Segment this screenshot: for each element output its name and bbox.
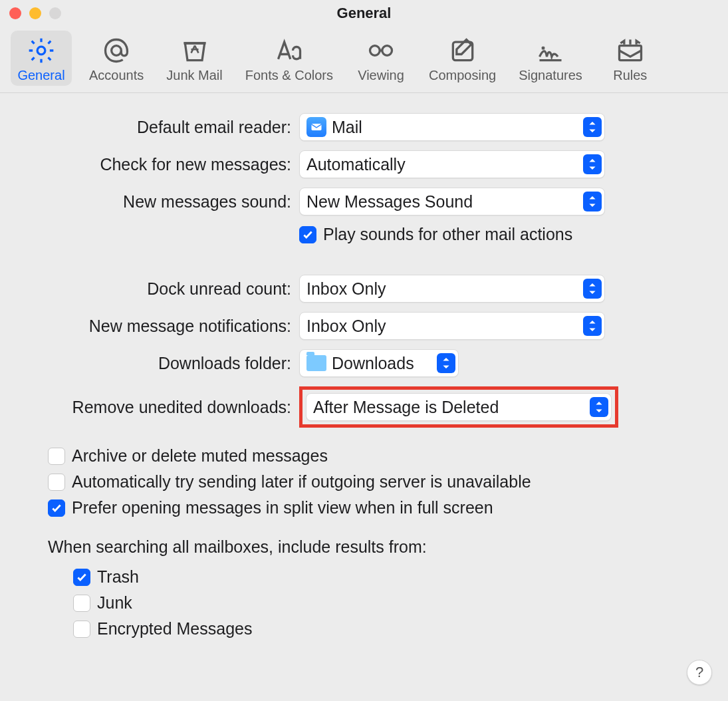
highlight-annotation: After Message is Deleted — [299, 386, 618, 428]
checkbox-label: Automatically try sending later if outgo… — [72, 472, 531, 491]
checkbox-icon — [299, 226, 316, 243]
svg-point-2 — [370, 46, 380, 56]
checkbox-icon — [48, 499, 65, 517]
tab-label: Viewing — [358, 68, 404, 83]
chevron-updown-icon — [583, 192, 602, 211]
checkbox-label: Trash — [97, 567, 139, 587]
dropdown-value: New Messages Sound — [306, 192, 578, 211]
signature-icon — [536, 36, 565, 65]
tab-label: Fonts & Colors — [245, 68, 333, 83]
tab-general[interactable]: General — [11, 31, 72, 86]
chevron-updown-icon — [583, 117, 602, 137]
dropdown-value: After Message is Deleted — [313, 398, 584, 417]
label-new-notifications: New message notifications: — [0, 317, 299, 336]
svg-point-1 — [112, 46, 122, 56]
checkbox-label: Encrypted Messages — [97, 619, 252, 638]
checkbox-label: Play sounds for other mail actions — [323, 225, 572, 244]
default-reader-dropdown[interactable]: Mail — [299, 113, 605, 141]
dropdown-value: Inbox Only — [306, 279, 578, 299]
titlebar: General — [0, 0, 728, 27]
include-encrypted-checkbox[interactable]: Encrypted Messages — [73, 619, 728, 638]
general-pane: Default email reader: Mail Check for new… — [0, 93, 728, 638]
mail-app-icon — [306, 117, 326, 137]
tab-label: Signatures — [519, 68, 582, 83]
tab-label: Junk Mail — [166, 68, 222, 83]
include-trash-checkbox[interactable]: Trash — [73, 567, 728, 587]
tab-rules[interactable]: Rules — [600, 31, 661, 86]
help-icon: ? — [695, 664, 703, 681]
label-downloads-folder: Downloads folder: — [0, 354, 299, 373]
folder-icon — [306, 355, 326, 371]
search-section-heading: When searching all mailboxes, include re… — [48, 537, 728, 557]
tab-label: Composing — [429, 68, 496, 83]
rules-icon — [616, 36, 645, 65]
new-sound-dropdown[interactable]: New Messages Sound — [299, 188, 605, 215]
trash-icon — [180, 36, 209, 65]
checkbox-icon — [48, 474, 65, 491]
gear-icon — [27, 36, 56, 65]
check-new-dropdown[interactable]: Automatically — [299, 150, 605, 178]
checkbox-label: Prefer opening messages in split view wh… — [72, 498, 493, 517]
label-default-reader: Default email reader: — [0, 118, 299, 137]
dropdown-value: Automatically — [306, 155, 578, 174]
auto-send-later-checkbox[interactable]: Automatically try sending later if outgo… — [48, 472, 728, 491]
label-dock-unread: Dock unread count: — [0, 279, 299, 299]
at-icon — [102, 36, 131, 65]
chevron-updown-icon — [583, 316, 602, 336]
tab-junk-mail[interactable]: Junk Mail — [161, 31, 227, 86]
chevron-updown-icon — [590, 397, 608, 417]
new-notifications-dropdown[interactable]: Inbox Only — [299, 312, 605, 340]
svg-point-0 — [37, 47, 45, 55]
checkbox-icon — [73, 569, 90, 586]
preferences-toolbar: General Accounts Junk Mail Fonts & Color… — [0, 27, 728, 93]
tab-signatures[interactable]: Signatures — [513, 31, 588, 86]
tab-label: Accounts — [89, 68, 144, 83]
dropdown-value: Downloads — [332, 354, 431, 373]
label-new-sound: New messages sound: — [0, 192, 299, 211]
label-remove-unedited: Remove unedited downloads: — [0, 398, 299, 417]
tab-fonts-colors[interactable]: Fonts & Colors — [240, 31, 338, 86]
remove-unedited-dropdown[interactable]: After Message is Deleted — [306, 393, 612, 421]
checkbox-icon — [48, 448, 65, 465]
fonts-icon — [275, 36, 304, 65]
glasses-icon — [366, 36, 396, 65]
downloads-folder-dropdown[interactable]: Downloads — [299, 349, 459, 377]
tab-composing[interactable]: Composing — [424, 31, 501, 86]
checkbox-label: Junk — [97, 593, 132, 613]
dock-unread-dropdown[interactable]: Inbox Only — [299, 275, 605, 303]
dropdown-value: Mail — [332, 118, 578, 137]
chevron-updown-icon — [437, 353, 455, 373]
window-title: General — [0, 5, 728, 22]
checkbox-icon — [73, 595, 90, 612]
chevron-updown-icon — [583, 154, 602, 174]
checkbox-icon — [73, 621, 90, 638]
include-junk-checkbox[interactable]: Junk — [73, 593, 728, 613]
compose-icon — [448, 36, 477, 65]
svg-point-3 — [382, 46, 392, 56]
tab-viewing[interactable]: Viewing — [350, 31, 412, 86]
help-button[interactable]: ? — [687, 660, 712, 685]
archive-muted-checkbox[interactable]: Archive or delete muted messages — [48, 446, 728, 466]
checkbox-label: Archive or delete muted messages — [72, 446, 328, 466]
tab-label: Rules — [613, 68, 647, 83]
play-sounds-checkbox[interactable]: Play sounds for other mail actions — [299, 225, 572, 244]
prefer-split-checkbox[interactable]: Prefer opening messages in split view wh… — [48, 498, 728, 517]
chevron-updown-icon — [583, 279, 602, 299]
dropdown-value: Inbox Only — [306, 317, 578, 336]
tab-label: General — [17, 68, 64, 83]
tab-accounts[interactable]: Accounts — [84, 31, 149, 86]
label-check-new: Check for new messages: — [0, 155, 299, 174]
